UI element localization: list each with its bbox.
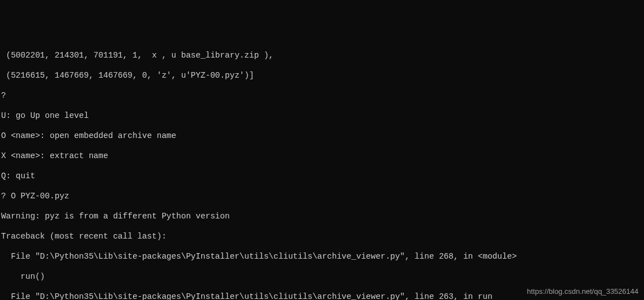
terminal-output[interactable]: (5002201, 214301, 701191, 1, x , u base_… [1, 40, 643, 300]
output-line: Traceback (most recent call last): [1, 231, 643, 241]
output-line: O <name>: open embedded archive name [1, 131, 643, 141]
watermark: https://blog.csdn.net/qq_33526144 [527, 287, 639, 297]
output-line: ? [1, 91, 643, 101]
output-line: ? O PYZ-00.pyz [1, 191, 643, 201]
output-line: X <name>: extract name [1, 151, 643, 161]
output-line: Warning: pyz is from a different Python … [1, 211, 643, 221]
output-line: U: go Up one level [1, 111, 643, 121]
output-line: (5002201, 214301, 701191, 1, x , u base_… [1, 50, 643, 60]
output-line: run() [1, 272, 643, 282]
output-line: Q: quit [1, 171, 643, 181]
output-line: File "D:\Python35\Lib\site-packages\PyIn… [1, 251, 643, 261]
output-line: (5216615, 1467669, 1467669, 0, 'z', u'PY… [1, 70, 643, 80]
